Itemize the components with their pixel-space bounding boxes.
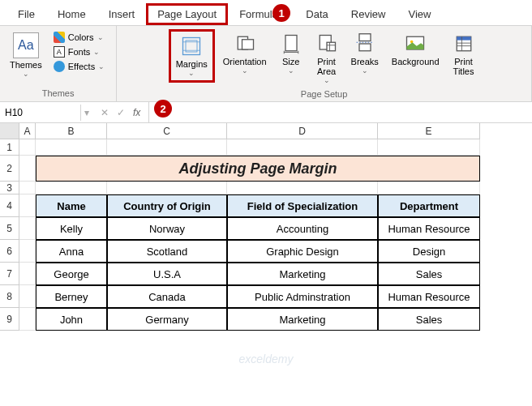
cell[interactable] (19, 263, 36, 285)
row-header-6[interactable]: 6 (0, 240, 19, 263)
fonts-button[interactable]: Fonts⌄ (50, 45, 108, 58)
cell[interactable] (36, 182, 107, 194)
cell[interactable] (107, 139, 227, 156)
tab-data[interactable]: Data (294, 3, 339, 25)
cell[interactable] (19, 308, 36, 331)
cell[interactable]: Public Adminstration (227, 285, 378, 308)
cell[interactable] (19, 240, 36, 263)
cell[interactable]: Norway (107, 217, 227, 240)
tab-page-layout[interactable]: Page Layout (146, 3, 228, 25)
cell[interactable] (107, 182, 227, 194)
cell[interactable]: Scotland (107, 240, 227, 263)
col-header-B[interactable]: B (36, 123, 107, 139)
tab-bar: File Home Insert Page Layout Formulas Da… (0, 0, 532, 26)
margins-icon (180, 35, 203, 58)
cell[interactable] (19, 139, 36, 156)
cell[interactable] (36, 139, 107, 156)
cell[interactable] (19, 182, 36, 194)
margins-label: Margins (176, 59, 208, 69)
cell[interactable]: Marketing (227, 308, 378, 331)
breaks-label: Breaks (351, 57, 379, 66)
select-all-corner[interactable] (0, 123, 19, 139)
header-field[interactable]: Field of Specialization (227, 194, 378, 217)
chevron-down-icon: ⌄ (288, 66, 294, 75)
background-button[interactable]: Background (387, 29, 444, 70)
cell[interactable]: U.S.A (107, 263, 227, 285)
name-box-chevron-icon[interactable]: ▾ (81, 107, 92, 118)
margins-button[interactable]: Margins ⌄ (169, 29, 215, 83)
cell[interactable]: Human Resource (378, 217, 480, 240)
cell[interactable]: George (36, 263, 107, 285)
cell[interactable]: Anna (36, 240, 107, 263)
chevron-down-icon: ⌄ (98, 62, 105, 71)
callout-2: 2 (154, 100, 172, 118)
print-area-label: Print Area (317, 57, 336, 76)
breaks-button[interactable]: Breaks ⌄ (346, 29, 384, 78)
themes-button[interactable]: Themes ⌄ (6, 29, 45, 81)
row-header-9[interactable]: 9 (0, 308, 19, 331)
cell[interactable] (19, 194, 36, 217)
tab-file[interactable]: File (6, 3, 46, 25)
size-button[interactable]: Size ⌄ (275, 29, 307, 78)
cell[interactable] (19, 285, 36, 308)
cell[interactable]: Graphic Design (227, 240, 378, 263)
background-label: Background (392, 57, 440, 66)
cell[interactable]: Accounting (227, 217, 378, 240)
svg-rect-20 (457, 36, 471, 40)
row-header-1[interactable]: 1 (0, 139, 19, 156)
cell[interactable] (227, 182, 378, 194)
formula-bar: H10 ▾ ✕ ✓ fx (0, 102, 532, 123)
tab-view[interactable]: View (397, 3, 442, 25)
header-dept[interactable]: Department (378, 194, 480, 217)
col-header-E[interactable]: E (378, 123, 480, 139)
cell[interactable] (227, 139, 378, 156)
fonts-label: Fonts (68, 47, 91, 57)
row-header-8[interactable]: 8 (0, 285, 19, 308)
fonts-icon (54, 46, 65, 58)
row-header-3[interactable]: 3 (0, 182, 19, 194)
effects-button[interactable]: Effects⌄ (50, 60, 108, 73)
orientation-button[interactable]: Orientation ⌄ (218, 29, 272, 78)
formula-input[interactable] (148, 102, 532, 122)
enter-icon: ✓ (117, 107, 125, 118)
cell[interactable]: Berney (36, 285, 107, 308)
header-country[interactable]: Country of Origin (107, 194, 227, 217)
fx-icon[interactable]: fx (133, 107, 140, 118)
cell[interactable] (19, 217, 36, 240)
orientation-icon (234, 32, 256, 55)
row-header-4[interactable]: 4 (0, 194, 19, 217)
cell[interactable]: Germany (107, 308, 227, 331)
name-box[interactable]: H10 (0, 105, 81, 121)
effects-icon (54, 61, 65, 72)
callout-1: 1 (272, 4, 290, 22)
print-area-button[interactable]: Print Area ⌄ (311, 29, 343, 88)
cell[interactable]: John (36, 308, 107, 331)
cell[interactable] (378, 182, 480, 194)
col-header-C[interactable]: C (107, 123, 227, 139)
row-header-2[interactable]: 2 (0, 156, 19, 182)
cell[interactable]: Marketing (227, 263, 378, 285)
colors-button[interactable]: Colors⌄ (50, 31, 108, 44)
print-area-icon (315, 32, 338, 55)
cell[interactable]: Human Resource (378, 285, 480, 308)
cell[interactable]: Sales (378, 263, 480, 285)
ribbon-group-themes: Themes ⌄ Colors⌄ Fonts⌄ Effects⌄ Themes (0, 26, 117, 101)
row-header-5[interactable]: 5 (0, 217, 19, 240)
cell[interactable]: Kelly (36, 217, 107, 240)
row-header-7[interactable]: 7 (0, 263, 19, 285)
title-cell[interactable]: Adjusting Page Margin (36, 156, 480, 182)
tab-home[interactable]: Home (46, 3, 97, 25)
cell[interactable] (378, 139, 480, 156)
tab-review[interactable]: Review (340, 3, 397, 25)
tab-insert[interactable]: Insert (97, 3, 147, 25)
col-header-A[interactable]: A (19, 123, 36, 139)
header-name[interactable]: Name (36, 194, 107, 217)
cell[interactable] (19, 156, 36, 182)
cell[interactable]: Design (378, 240, 480, 263)
cell[interactable]: Canada (107, 285, 227, 308)
sheet-area: A B C D E 1 2 Adjusting Page Margin 3 (0, 123, 532, 331)
col-header-D[interactable]: D (227, 123, 378, 139)
themes-icon (13, 32, 39, 58)
cell[interactable]: Sales (378, 308, 480, 331)
print-titles-button[interactable]: Print Titles (448, 29, 480, 79)
